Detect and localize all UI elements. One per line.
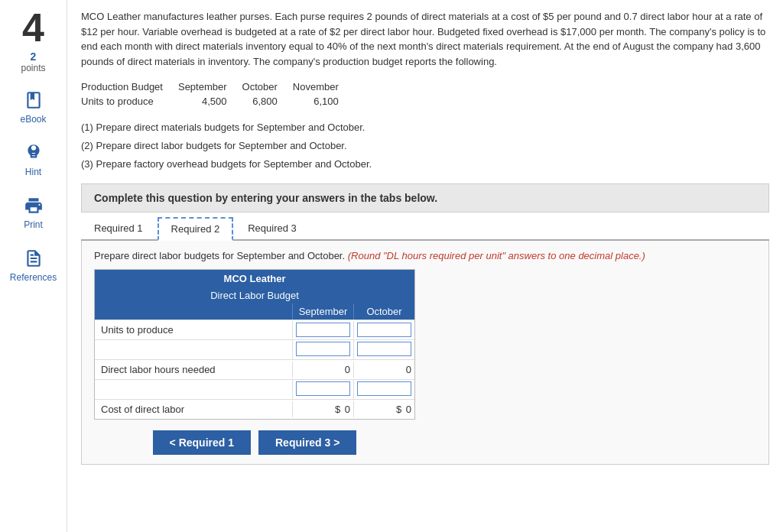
instruction-2: (2) Prepare direct labor budgets for Sep…: [81, 138, 769, 154]
budget-row-empty-2: [95, 379, 414, 399]
instructions: (1) Prepare direct materials budgets for…: [81, 119, 769, 173]
budget-col-sep: September: [292, 303, 353, 320]
budget-col-label: [95, 303, 292, 320]
prev-button[interactable]: < Required 1: [153, 430, 251, 455]
print-icon: [22, 194, 45, 217]
tab-instruction-highlight: (Round "DL hours required per unit" answ…: [348, 250, 645, 261]
budget-row-units: Units to produce: [95, 320, 414, 339]
sidebar-item-hint[interactable]: Hint: [22, 141, 45, 177]
budget-row-dl-hours: Direct labor hours needed 0 0: [95, 359, 414, 379]
budget-col-headers: September October: [95, 303, 414, 320]
budget-input-units-oct[interactable]: [353, 321, 414, 339]
prod-row-sep: 4,500: [178, 94, 242, 109]
book-icon: [22, 89, 45, 112]
budget-label-empty-2: [95, 380, 292, 399]
budget-input-units-sep[interactable]: [292, 321, 353, 339]
budget-input-empty1-sep[interactable]: [292, 340, 353, 359]
prod-row-label: Units to produce: [81, 94, 178, 109]
budget-label-dl-hours: Direct labor hours needed: [95, 362, 292, 378]
budget-row-cost: Cost of direct labor $ 0 $ 0: [95, 399, 414, 419]
references-label: References: [10, 272, 57, 283]
tab-content: Prepare direct labor budgets for Septemb…: [81, 241, 769, 465]
hint-icon: [22, 141, 45, 164]
budget-value-cost-sep: $ 0: [292, 401, 353, 417]
prod-row-nov: 6,100: [293, 94, 354, 109]
budget-col-oct: October: [353, 303, 414, 320]
sidebar-item-references[interactable]: References: [10, 247, 57, 283]
instruction-3: (3) Prepare factory overhead budgets for…: [81, 156, 769, 173]
budget-value-dl-hours-sep: 0: [292, 362, 353, 378]
prod-header-sep: September: [178, 79, 242, 94]
problem-text: MCO Leather manufactures leather purses.…: [81, 9, 769, 69]
question-number: 4: [22, 8, 44, 47]
prod-header-nov: November: [293, 79, 354, 94]
tab-instruction-line: Prepare direct labor budgets for Septemb…: [94, 250, 756, 261]
tab-required-3[interactable]: Required 3: [235, 217, 310, 239]
prod-header-oct: October: [242, 79, 293, 94]
sidebar-item-print[interactable]: Print: [22, 194, 45, 230]
hint-label: Hint: [25, 167, 41, 177]
cost-sep-value: 0: [345, 404, 350, 415]
units-oct-input[interactable]: [357, 323, 411, 337]
tabs-row: Required 1 Required 2 Required 3: [81, 212, 769, 241]
prod-header-label: Production Budget: [81, 79, 178, 94]
units-sep-input[interactable]: [296, 323, 350, 337]
budget-input-empty2-oct[interactable]: [353, 380, 414, 399]
ebook-label: eBook: [20, 114, 46, 125]
prod-row-oct: 6,800: [242, 94, 293, 109]
production-table: Production Budget September October Nove…: [81, 79, 769, 109]
budget-label-units: Units to produce: [95, 322, 292, 338]
budget-input-empty1-oct[interactable]: [353, 340, 414, 359]
tab-required-1[interactable]: Required 1: [81, 217, 156, 239]
budget-table-container: MCO Leather Direct Labor Budget Septembe…: [94, 269, 415, 420]
cost-oct-value: 0: [406, 404, 411, 415]
empty2-oct-input[interactable]: [357, 381, 411, 396]
tab-instruction-text: Prepare direct labor budgets for Septemb…: [94, 250, 345, 261]
next-button[interactable]: Required 3 >: [258, 430, 356, 455]
budget-title: MCO Leather: [95, 270, 414, 287]
empty2-sep-input[interactable]: [296, 381, 350, 396]
dollar-sign-oct: $: [396, 404, 401, 415]
instruction-1: (1) Prepare direct materials budgets for…: [81, 119, 769, 136]
complete-box-text: Complete this question by entering your …: [94, 192, 437, 204]
budget-label-cost: Cost of direct labor: [95, 401, 292, 417]
tab-required-2[interactable]: Required 2: [158, 217, 234, 241]
budget-label-empty-1: [95, 340, 292, 359]
budget-subtitle: Direct Labor Budget: [95, 287, 414, 303]
main-content: MCO Leather manufactures leather purses.…: [67, 0, 783, 532]
bottom-navigation: < Required 1 Required 3 >: [94, 430, 415, 455]
sidebar: 4 2 points eBook Hint Print References: [0, 0, 67, 532]
budget-input-empty2-sep[interactable]: [292, 380, 353, 399]
dollar-sign-sep: $: [335, 404, 340, 415]
print-label: Print: [24, 219, 43, 230]
budget-row-empty-1: [95, 339, 414, 359]
empty1-sep-input[interactable]: [296, 342, 350, 356]
sidebar-item-ebook[interactable]: eBook: [20, 89, 46, 125]
empty1-oct-input[interactable]: [357, 342, 411, 356]
references-icon: [22, 247, 45, 270]
budget-value-cost-oct: $ 0: [353, 401, 414, 417]
points-label: 2 points: [21, 50, 45, 73]
complete-box: Complete this question by entering your …: [81, 183, 769, 212]
points-num: 2: [21, 50, 45, 63]
budget-value-dl-hours-oct: 0: [353, 362, 414, 378]
